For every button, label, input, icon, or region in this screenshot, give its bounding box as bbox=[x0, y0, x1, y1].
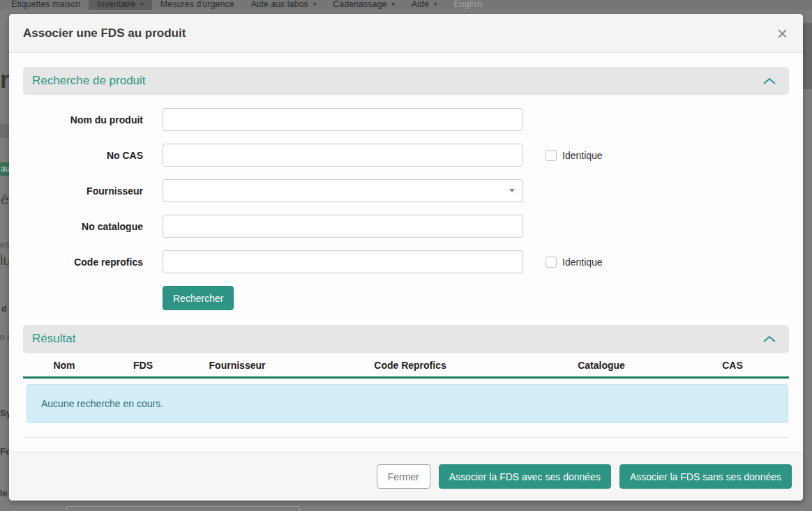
no-cas-identique-group: Identique bbox=[546, 150, 603, 161]
nav-item-label: English bbox=[454, 0, 483, 10]
code-reprofics-identique-checkbox[interactable] bbox=[546, 257, 557, 268]
code-reprofics-input[interactable] bbox=[163, 250, 523, 273]
no-cas-input[interactable] bbox=[163, 144, 523, 167]
fournisseur-select[interactable] bbox=[163, 179, 523, 202]
caret-down-icon: ▾ bbox=[391, 0, 395, 10]
nav-item-english[interactable]: English bbox=[446, 0, 491, 10]
nav-item-label: Cadenassage bbox=[333, 0, 386, 10]
associer-avec-donnees-button[interactable]: Associer la FDS avec ses données bbox=[439, 464, 611, 489]
modal-header: Associer une FDS au produit × bbox=[9, 14, 803, 53]
nav-item-label: Mesures d'urgence bbox=[160, 0, 234, 10]
nav-item-label: Aide aux labos bbox=[251, 0, 308, 10]
associer-sans-donnees-button[interactable]: Associer la FDS sans ses données bbox=[619, 464, 792, 489]
result-panel: Résultat Nom FDS Fournisseur Code Reprof… bbox=[23, 325, 789, 438]
column-header-catalogue: Catalogue bbox=[527, 353, 676, 378]
background-text-fragment: le bbox=[0, 488, 8, 498]
caret-down-icon: ▾ bbox=[434, 0, 437, 10]
search-panel-title: Recherche de produit bbox=[32, 74, 146, 88]
column-header-nom: Nom bbox=[23, 353, 105, 378]
fournisseur-label: Fournisseur bbox=[23, 185, 143, 197]
background-text-fragment: es bbox=[0, 240, 9, 250]
nav-item-aide[interactable]: Aide▾ bbox=[403, 0, 446, 10]
associate-sds-modal: Associer une FDS au produit × Recherche … bbox=[9, 14, 803, 501]
nav-item-inventaire[interactable]: Inventaire▾ bbox=[89, 0, 151, 10]
nav-item-cadenassage[interactable]: Cadenassage▾ bbox=[324, 0, 403, 10]
fermer-button[interactable]: Fermer bbox=[377, 464, 430, 489]
field-row-no-catalogue: No catalogue bbox=[23, 215, 789, 238]
identique-label: Identique bbox=[562, 257, 603, 268]
nav-item-label: Aide bbox=[412, 0, 429, 10]
background-tabbar-fragment bbox=[0, 124, 9, 138]
nav-item-label: Étiquettes maison bbox=[11, 0, 80, 10]
result-table-header-row: Nom FDS Fournisseur Code Reprofics Catal… bbox=[23, 353, 789, 378]
nom-du-produit-label: Nom du produit bbox=[23, 114, 143, 125]
nav-item-aide-aux-labos[interactable]: Aide aux labos▾ bbox=[243, 0, 325, 10]
result-panel-header[interactable]: Résultat bbox=[23, 325, 789, 353]
result-panel-divider bbox=[24, 423, 788, 438]
caret-down-icon: ▾ bbox=[140, 0, 144, 10]
close-icon[interactable]: × bbox=[777, 25, 788, 42]
search-form: Nom du produit No CAS Identique Fourniss… bbox=[23, 108, 789, 310]
fournisseur-select-wrap bbox=[163, 179, 523, 202]
result-table: Nom FDS Fournisseur Code Reprofics Catal… bbox=[23, 353, 789, 379]
field-row-fournisseur: Fournisseur bbox=[23, 179, 789, 202]
column-header-code-reprofics: Code Reprofics bbox=[294, 353, 527, 378]
field-row-code-reprofics: Code reprofics Identique bbox=[23, 250, 789, 273]
background-text-fragment: d bbox=[1, 304, 6, 314]
caret-down-icon: ▾ bbox=[313, 0, 317, 10]
modal-title: Associer une FDS au produit bbox=[23, 26, 186, 40]
no-catalogue-label: No catalogue bbox=[23, 221, 143, 232]
search-panel: Recherche de produit Nom du produit No C… bbox=[23, 67, 789, 310]
result-panel-title: Résultat bbox=[32, 332, 75, 346]
modal-footer: Fermer Associer la FDS avec ses données … bbox=[9, 452, 803, 501]
nav-item-label: Inventaire bbox=[97, 0, 135, 10]
background-bottom-box-fragment bbox=[66, 506, 300, 511]
background-active-tab-fragment: au bbox=[0, 162, 9, 176]
code-reprofics-label: Code reprofics bbox=[23, 257, 143, 268]
column-header-fds: FDS bbox=[105, 353, 181, 378]
nav-item-mesures-urgence[interactable]: Mesures d'urgence bbox=[152, 0, 243, 10]
field-row-no-cas: No CAS Identique bbox=[23, 144, 789, 167]
modal-body: Recherche de produit Nom du produit No C… bbox=[9, 53, 803, 452]
no-search-alert: Aucune recherche en cours. bbox=[27, 384, 788, 423]
chevron-up-icon bbox=[762, 77, 776, 85]
nom-du-produit-input[interactable] bbox=[163, 108, 523, 131]
rechercher-button[interactable]: Rechercher bbox=[163, 286, 234, 310]
chevron-up-icon bbox=[762, 335, 776, 343]
code-reprofics-identique-group: Identique bbox=[546, 257, 603, 268]
background-text-fragment: é bbox=[1, 191, 9, 208]
no-cas-label: No CAS bbox=[23, 150, 143, 161]
column-header-cas: CAS bbox=[676, 353, 789, 378]
nav-item-etiquettes-maison[interactable]: Étiquettes maison bbox=[3, 0, 89, 10]
no-cas-identique-checkbox[interactable] bbox=[546, 150, 557, 161]
field-row-nom-du-produit: Nom du produit bbox=[23, 108, 789, 131]
no-catalogue-input[interactable] bbox=[163, 215, 523, 238]
top-navbar: Étiquettes maison Inventaire▾ Mesures d'… bbox=[0, 0, 812, 10]
identique-label: Identique bbox=[562, 150, 603, 161]
search-panel-header[interactable]: Recherche de produit bbox=[23, 67, 789, 95]
background-right-fragment bbox=[803, 23, 812, 89]
column-header-fournisseur: Fournisseur bbox=[181, 353, 294, 378]
